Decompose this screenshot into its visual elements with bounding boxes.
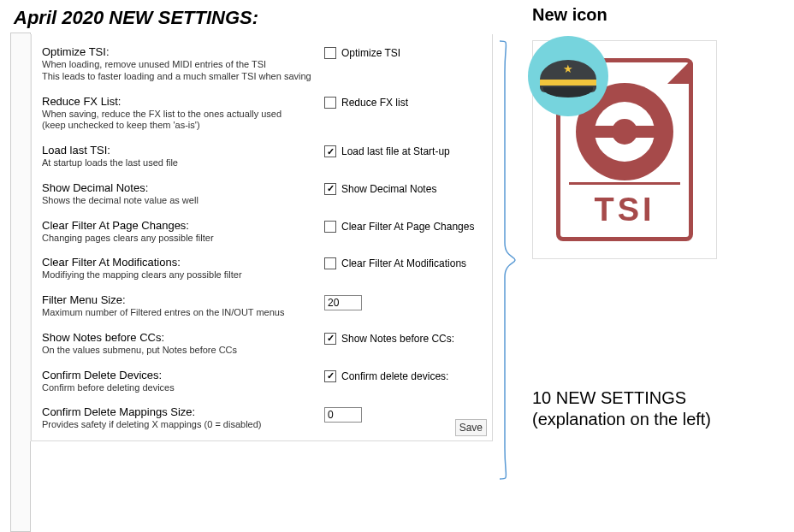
setting-name: Confirm Delete Mappings Size: <box>42 405 317 418</box>
save-button[interactable]: Save <box>455 419 487 436</box>
text-input[interactable] <box>324 407 362 423</box>
checkbox-label: Reduce FX list <box>341 97 408 109</box>
setting-name: Optimize TSI: <box>42 45 317 58</box>
setting-row: Confirm Delete Mappings Size:Provides sa… <box>42 399 482 437</box>
setting-row: Confirm Delete Devices:Confirm before de… <box>42 363 482 400</box>
setting-name: Filter Menu Size: <box>42 293 317 306</box>
setting-row: Show Decimal Notes:Shows the decimal not… <box>42 175 482 213</box>
setting-desc: Confirm before deleting devices <box>42 382 317 394</box>
caption: 10 NEW SETTINGS (explanation on the left… <box>532 387 772 430</box>
setting-row: Show Notes before CCs:On the values subm… <box>42 325 482 363</box>
setting-desc: Changing pages clears any possible filte… <box>42 233 317 245</box>
caption-line1: 10 NEW SETTINGS <box>532 387 772 409</box>
captain-hat-icon <box>528 36 608 116</box>
checkbox[interactable] <box>324 333 336 345</box>
checkbox[interactable] <box>324 257 336 269</box>
setting-desc: When loading, remove unused MIDI entries… <box>42 59 317 83</box>
setting-name: Confirm Delete Devices: <box>42 369 317 381</box>
tsi-label: TSI <box>569 182 680 228</box>
settings-panel: Optimize TSI:When loading, remove unused… <box>31 34 493 441</box>
setting-name: Clear Filter At Modifications: <box>42 256 317 269</box>
checkbox[interactable] <box>324 97 336 109</box>
checkbox-label: Show Notes before CCs: <box>341 333 454 345</box>
setting-name: Reduce FX List: <box>42 95 317 108</box>
checkbox[interactable] <box>324 145 336 157</box>
checkbox[interactable] <box>324 183 336 195</box>
checkbox-label: Clear Filter At Modifications <box>341 257 466 269</box>
checkbox[interactable] <box>324 370 336 382</box>
setting-desc: Modifiying the mapping clears any possib… <box>42 269 317 281</box>
checkbox[interactable] <box>324 221 336 233</box>
setting-desc: Provides safety if deleting X mappings (… <box>42 419 317 431</box>
left-panel-sliver <box>10 33 31 532</box>
setting-row: Filter Menu Size:Maximum number of Filte… <box>42 287 482 325</box>
setting-name: Clear Filter At Page Changes: <box>42 219 317 232</box>
setting-name: Load last TSI: <box>42 144 317 157</box>
checkbox-label: Load last file at Start-up <box>341 145 450 157</box>
setting-desc: When saving, reduce the FX list to the o… <box>42 109 317 133</box>
tsi-file-icon: TSI <box>532 40 717 259</box>
setting-row: Clear Filter At Page Changes:Changing pa… <box>42 213 482 251</box>
setting-row: Clear Filter At Modifications:Modifiying… <box>42 250 482 287</box>
checkbox-label: Clear Filter At Page Changes <box>341 221 474 233</box>
checkbox-label: Show Decimal Notes <box>341 183 436 195</box>
setting-name: Show Decimal Notes: <box>42 181 317 194</box>
setting-desc: On the values submenu, put Notes before … <box>42 345 317 357</box>
setting-desc: Maximum number of Filtered entres on the… <box>42 307 317 319</box>
text-input[interactable] <box>324 295 362 310</box>
new-icon-heading: New icon <box>532 5 772 25</box>
setting-desc: At startup loads the last used file <box>42 157 317 169</box>
checkbox[interactable] <box>324 47 336 59</box>
setting-name: Show Notes before CCs: <box>42 331 317 344</box>
setting-row: Load last TSI:At startup loads the last … <box>42 138 482 175</box>
brace-icon <box>496 38 517 482</box>
checkbox-label: Confirm delete devices: <box>341 370 448 382</box>
setting-row: Optimize TSI:When loading, remove unused… <box>42 39 482 89</box>
setting-row: Reduce FX List:When saving, reduce the F… <box>42 89 482 139</box>
checkbox-label: Optimize TSI <box>341 47 400 59</box>
setting-desc: Shows the decimal note value as well <box>42 195 317 207</box>
caption-line2: (explanation on the left) <box>532 409 772 430</box>
